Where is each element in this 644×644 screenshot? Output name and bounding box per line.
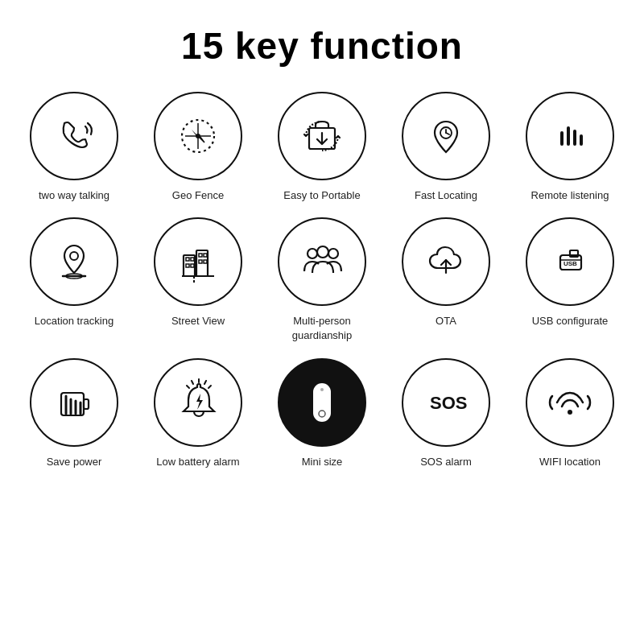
- wifi-location-icon-circle: [526, 358, 614, 447]
- feature-ota: OTA: [388, 217, 504, 343]
- multi-person-icon-circle: [278, 217, 366, 306]
- geo-fence-icon-circle: [154, 92, 242, 180]
- svg-text:USB: USB: [564, 260, 577, 267]
- ota-label: OTA: [436, 314, 456, 328]
- save-power-label: Save power: [47, 455, 102, 469]
- remote-listening-label: Remote listening: [531, 188, 609, 203]
- page-title: 15 key function: [181, 24, 463, 68]
- easy-to-portable-icon-circle: [278, 92, 366, 180]
- geo-fence-label: Geo Fence: [172, 188, 224, 203]
- remote-listening-icon-circle: [526, 92, 614, 180]
- usb-configurate-icon-circle: USB: [526, 217, 614, 306]
- easy-to-portable-label: Easy to Portable: [283, 188, 360, 203]
- svg-rect-36: [84, 399, 89, 409]
- location-tracking-label: Location tracking: [35, 314, 114, 328]
- svg-point-27: [308, 249, 317, 258]
- ota-icon-circle: [402, 217, 490, 306]
- street-view-label: Street View: [171, 314, 225, 328]
- svg-point-29: [317, 246, 328, 258]
- svg-rect-24: [204, 260, 207, 263]
- svg-point-47: [319, 411, 325, 417]
- svg-point-12: [70, 252, 78, 260]
- svg-text:SOS: SOS: [430, 393, 467, 413]
- svg-rect-21: [199, 254, 202, 257]
- sos-alarm-label: SOS alarm: [420, 455, 472, 469]
- svg-rect-19: [186, 264, 189, 267]
- svg-rect-18: [191, 258, 194, 261]
- multi-person-label: Multi-person guardianship: [264, 314, 380, 343]
- feature-two-way-talking: two way talking: [16, 92, 132, 203]
- feature-fast-locating: Fast Locating: [388, 92, 504, 203]
- feature-remote-listening: Remote listening: [512, 92, 628, 203]
- two-way-talking-icon-circle: [30, 92, 118, 180]
- feature-save-power: Save power: [16, 358, 132, 469]
- usb-configurate-label: USB configurate: [532, 314, 609, 328]
- feature-sos-alarm: SOS SOS alarm: [388, 358, 504, 469]
- svg-point-28: [328, 249, 338, 258]
- svg-line-45: [187, 386, 189, 388]
- feature-easy-to-portable: Easy to Portable: [264, 92, 380, 203]
- svg-line-42: [204, 381, 206, 384]
- svg-rect-23: [199, 260, 202, 263]
- fast-locating-label: Fast Locating: [415, 188, 477, 203]
- sos-alarm-icon-circle: SOS: [402, 358, 490, 447]
- feature-low-battery-alarm: Low battery alarm: [140, 358, 256, 469]
- feature-street-view: Street View: [140, 217, 256, 343]
- feature-multi-person: Multi-person guardianship: [264, 217, 380, 343]
- fast-locating-icon-circle: [402, 92, 490, 180]
- feature-geo-fence: Geo Fence: [140, 92, 256, 203]
- svg-point-48: [320, 388, 324, 391]
- feature-mini-size: Mini size: [264, 358, 380, 469]
- street-view-icon-circle: [154, 217, 242, 306]
- svg-rect-20: [191, 264, 194, 267]
- mini-size-icon-circle: [278, 358, 366, 447]
- features-grid: two way talking Geo Fence: [16, 92, 628, 469]
- svg-point-50: [568, 410, 572, 415]
- svg-rect-22: [204, 254, 207, 257]
- feature-usb-configurate: USB USB configurate: [512, 217, 628, 343]
- svg-line-44: [208, 386, 211, 388]
- low-battery-alarm-label: Low battery alarm: [156, 455, 239, 469]
- low-battery-alarm-icon-circle: [154, 358, 242, 447]
- svg-line-43: [192, 381, 193, 384]
- two-way-talking-label: two way talking: [39, 188, 109, 203]
- svg-rect-17: [186, 258, 189, 261]
- feature-location-tracking: Location tracking: [16, 217, 132, 343]
- location-tracking-icon-circle: [30, 217, 118, 306]
- save-power-icon-circle: [30, 358, 118, 447]
- mini-size-label: Mini size: [302, 455, 343, 469]
- wifi-location-label: WIFI location: [539, 455, 601, 469]
- feature-wifi-location: WIFI location: [512, 358, 628, 469]
